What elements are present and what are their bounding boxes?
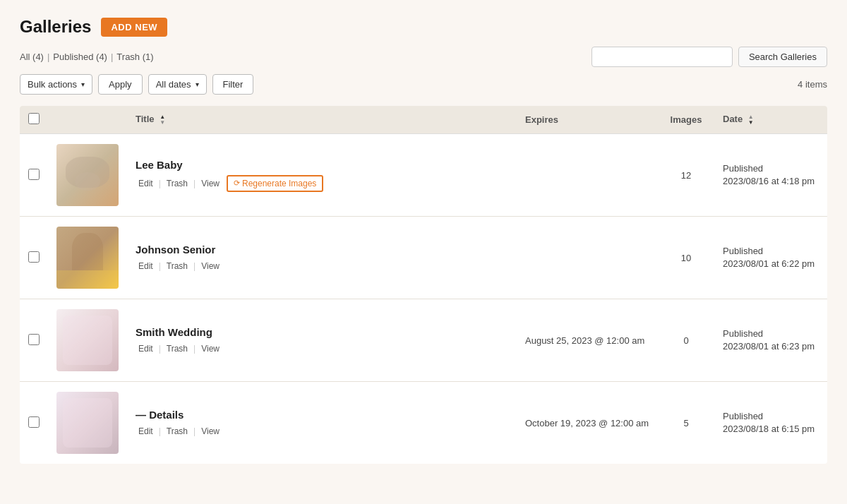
all-dates-select[interactable]: All dates ▾ (148, 74, 207, 95)
status-link-trash[interactable]: Trash (1) (116, 52, 153, 62)
row-title-smith-wedding: Smith Wedding (136, 326, 508, 338)
row-title-lee-baby: Lee Baby (136, 159, 508, 171)
search-input[interactable] (591, 47, 733, 67)
row-action-edit-smith-wedding[interactable]: Edit (136, 342, 156, 355)
expires-column-header: Expires (517, 106, 658, 134)
chevron-down-icon: ▾ (81, 80, 85, 88)
all-dates-label: All dates (156, 79, 191, 90)
bulk-actions-select[interactable]: Bulk actions ▾ (20, 74, 92, 95)
row-expires-johnson-senior (517, 217, 658, 299)
row-expires-details: October 19, 2023 @ 12:00 am (517, 382, 658, 464)
table-row: — Details Edit|Trash|View October 19, 20… (20, 382, 827, 464)
search-galleries-button[interactable]: Search Galleries (738, 47, 827, 67)
row-actions-details: Edit|Trash|View (136, 425, 508, 438)
row-action-trash-smith-wedding[interactable]: Trash (164, 342, 191, 355)
add-new-button[interactable]: ADD NEW (101, 18, 167, 37)
apply-button[interactable]: Apply (98, 74, 143, 95)
images-column-header: Images (658, 106, 714, 134)
filter-button[interactable]: Filter (212, 74, 254, 95)
thumbnail-lee-baby (56, 144, 119, 206)
select-all-checkbox[interactable] (28, 113, 40, 124)
row-actions-smith-wedding: Edit|Trash|View (136, 342, 508, 355)
table-row: Lee Baby Edit|Trash|View ⟳ Regenerate Im… (20, 134, 827, 217)
status-link-all[interactable]: All (4) (20, 52, 44, 62)
row-action-edit-details[interactable]: Edit (136, 425, 156, 438)
row-images-johnson-senior: 10 (658, 217, 714, 299)
page-title: Galleries (20, 17, 91, 37)
row-action-trash-details[interactable]: Trash (164, 425, 191, 438)
row-date-details: Published2023/08/18 at 6:15 pm (714, 382, 827, 464)
row-action-view-lee-baby[interactable]: View (198, 177, 222, 190)
status-links: All (4) | Published (4) | Trash (1) (20, 52, 154, 62)
row-date-smith-wedding: Published2023/08/01 at 6:23 pm (714, 299, 827, 382)
row-images-details: 5 (658, 382, 714, 464)
row-date-lee-baby: Published2023/08/16 at 4:18 pm (714, 134, 827, 217)
bulk-actions-label: Bulk actions (28, 79, 77, 90)
row-action-view-smith-wedding[interactable]: View (198, 342, 222, 355)
row-action-edit-lee-baby[interactable]: Edit (136, 177, 156, 190)
gallery-table: Title ▲ ▼ Expires Images Date ▲ ▼ (20, 106, 827, 464)
regenerate-icon: ⟳ (234, 179, 240, 188)
status-link-published[interactable]: Published (4) (53, 52, 107, 62)
date-column-header: Date (723, 114, 743, 124)
row-action-edit-johnson-senior[interactable]: Edit (136, 260, 156, 272)
table-row: Smith Wedding Edit|Trash|View August 25,… (20, 299, 827, 382)
thumbnail-smith-wedding (56, 309, 119, 371)
row-title-details: — Details (136, 409, 508, 421)
row-date-johnson-senior: Published2023/08/01 at 6:22 pm (714, 217, 827, 299)
row-checkbox-details[interactable] (28, 416, 40, 428)
row-checkbox-smith-wedding[interactable] (28, 334, 40, 345)
thumbnail-details (56, 392, 119, 454)
row-action-trash-lee-baby[interactable]: Trash (164, 177, 191, 190)
row-checkbox-lee-baby[interactable] (28, 169, 40, 180)
row-expires-lee-baby (517, 134, 658, 217)
date-sort-icon[interactable]: ▲ ▼ (748, 114, 754, 126)
title-column-header: Title (136, 114, 155, 124)
row-actions-johnson-senior: Edit|Trash|View (136, 260, 508, 272)
row-action-view-details[interactable]: View (198, 425, 222, 438)
regenerate-images-button[interactable]: ⟳ Regenerate Images (227, 175, 323, 192)
row-images-lee-baby: 12 (658, 134, 714, 217)
row-expires-smith-wedding: August 25, 2023 @ 12:00 am (517, 299, 658, 382)
table-row: Johnson Senior Edit|Trash|View 10 Publis… (20, 217, 827, 299)
thumbnail-johnson-senior (56, 227, 119, 289)
items-count: 4 items (798, 79, 827, 90)
chevron-down-icon-dates: ▾ (196, 80, 199, 88)
row-action-trash-johnson-senior[interactable]: Trash (164, 260, 191, 272)
row-images-smith-wedding: 0 (658, 299, 714, 382)
row-actions-lee-baby: Edit|Trash|View ⟳ Regenerate Images (136, 175, 508, 192)
title-sort-icon[interactable]: ▲ ▼ (160, 114, 165, 126)
row-title-johnson-senior: Johnson Senior (136, 244, 508, 256)
row-checkbox-johnson-senior[interactable] (28, 251, 40, 263)
row-action-view-johnson-senior[interactable]: View (198, 260, 222, 272)
